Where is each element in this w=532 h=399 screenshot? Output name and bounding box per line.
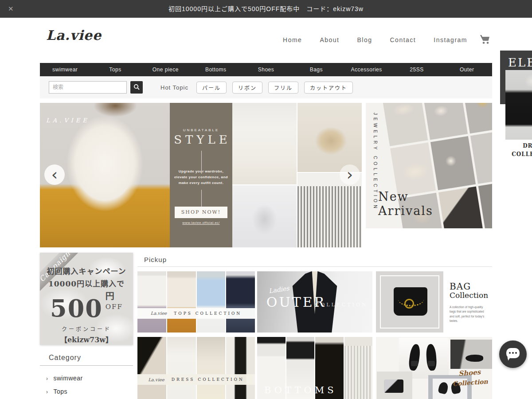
elegant-title: ELEGANT [508,56,532,69]
bag-text-block: BAG Collection A collection of high-qual… [443,271,492,332]
catnav-one-piece[interactable]: One piece [141,63,191,76]
pickup-title: Pickup [144,256,167,263]
elegant-caption: DRESS COLLECTION [510,142,532,158]
nav-instagram[interactable]: Instagram [434,36,467,43]
hot-topic-tags: パール リボン フリル カットアウト [196,82,353,94]
shoes-photo-mules [377,372,412,399]
header-nav: Home About Blog Contact Instagram [283,36,467,43]
sidebar-item-tops[interactable]: ›Tops [46,388,67,395]
shop-now-button[interactable]: SHOP NOW! [175,207,227,218]
elegant-model-photo [505,70,532,140]
search-strip: Hot Topic パール リボン フリル カットアウト [40,76,492,98]
carousel-prev-button[interactable]: ‹ [44,164,65,185]
carousel-next-button[interactable]: › [340,164,360,185]
catnav-bags[interactable]: Bags [291,63,341,76]
hero-slide-style[interactable]: LA.VIEE UNBEATABLE STYLE Upgrade your wa… [40,103,362,247]
tag-ribbon[interactable]: リボン [232,82,262,94]
outer-script-label: Ladies [268,285,289,294]
bottoms-label: BOTTOMS [264,385,337,395]
hero-kicker: UNBEATABLE [170,128,232,132]
sidebar-item-swimwear[interactable]: ›swimwear [46,375,83,382]
nav-home[interactable]: Home [283,36,302,43]
collage-photo-heels [232,185,297,247]
close-icon[interactable]: ✕ [8,0,14,18]
bag-description: A collection of high-quality bags that a… [450,305,488,324]
pickup-tile-shoes[interactable]: Shoes Collection [376,337,492,399]
dress-banner: La.viee DRESS COLLECTION [137,374,255,385]
hero-title: STYLE [172,133,232,146]
tag-frill[interactable]: フリル [268,82,298,94]
pickup-tile-outer[interactable]: Ladies OUTER COLLECTION [257,271,372,332]
nav-blog[interactable]: Blog [357,36,372,43]
chevron-right-icon: › [46,376,48,382]
coupon-label: クーポンコード [40,325,133,332]
campaign-card[interactable]: Campaign 初回購入キャンペーン 10000円以上購入で 500円OFF … [40,253,133,345]
divider [40,365,133,366]
announcement-bar: ✕ 初回10000円以上ご購入で500円OFF配布中 コード：ekizw73w [0,0,532,18]
collage-photo-bag [297,103,362,172]
hero-url-link[interactable]: www.laviee.official.ec/ [170,221,232,225]
campaign-line2: 10000円以上購入で [40,278,133,289]
chat-button[interactable] [499,340,527,368]
tag-cutout[interactable]: カットアウト [304,82,353,94]
nav-about[interactable]: About [320,36,339,43]
catnav-shoes[interactable]: Shoes [241,63,291,76]
hero-body-text: Upgrade your wardrobe, elevate your conf… [174,168,228,186]
shoes-script-label: Shoes Collection [449,367,491,389]
category-title: Category [49,354,81,362]
pickup-tile-dress[interactable]: La.viee DRESS COLLECTION [137,337,255,399]
collage-photo-outfit [232,103,297,184]
tops-banner: La.viee TOPS COLLECTION [137,308,255,319]
outer-subtitle: COLLECTION [315,302,368,308]
chevron-right-icon: › [46,389,48,395]
shoes-photo-flats [450,340,492,369]
pickup-tile-bag[interactable]: BAG Collection A collection of high-qual… [376,271,492,332]
catnav-accessories[interactable]: Accessories [341,63,391,76]
coupon-code: 【ekizw73w】 [40,334,133,344]
search-icon [133,84,140,91]
search-input[interactable] [49,81,127,94]
campaign-line1: 初回購入キャンペーン [40,265,133,276]
announcement-text: 初回10000円以上ご購入で500円OFF配布中 コード：ekizw73w [0,0,532,18]
tag-pearl[interactable]: パール [196,82,227,94]
hero-text-panel: UNBEATABLE STYLE Upgrade your wardrobe, … [170,103,232,247]
chat-bubble-icon [506,348,520,358]
pickup-tile-bottoms[interactable]: BOTTOMS [257,337,372,399]
catnav-bottoms[interactable]: Bottoms [191,63,241,76]
cart-icon[interactable] [480,35,490,46]
hot-topic-label: Hot Topic [160,84,188,91]
category-nav: swimwear Tops One piece Bottoms Shoes Ba… [40,63,492,76]
campaign-amount: 500円OFF [40,289,133,323]
hero-brand-overlay: LA.VIEE [46,117,90,124]
catnav-25ss[interactable]: 25SS [391,63,442,76]
catnav-tops[interactable]: Tops [90,63,140,76]
bag-photo [376,271,443,332]
catnav-outer[interactable]: Outer [442,63,492,76]
pickup-tile-tops[interactable]: La.viee TOPS COLLECTION [137,271,255,332]
nav-contact[interactable]: Contact [390,36,416,43]
divider [137,266,492,267]
new-arrivals-title: New Arrivals [378,190,433,218]
hero-slide-jewelry[interactable]: JEWELRY COLLECTION New Arrivals [366,103,492,228]
search-button[interactable] [130,81,143,94]
site-logo[interactable]: La.viee [46,27,102,43]
catnav-swimwear[interactable]: swimwear [40,63,90,76]
jewelry-vertical-label: JEWELRY COLLECTION [373,113,378,226]
